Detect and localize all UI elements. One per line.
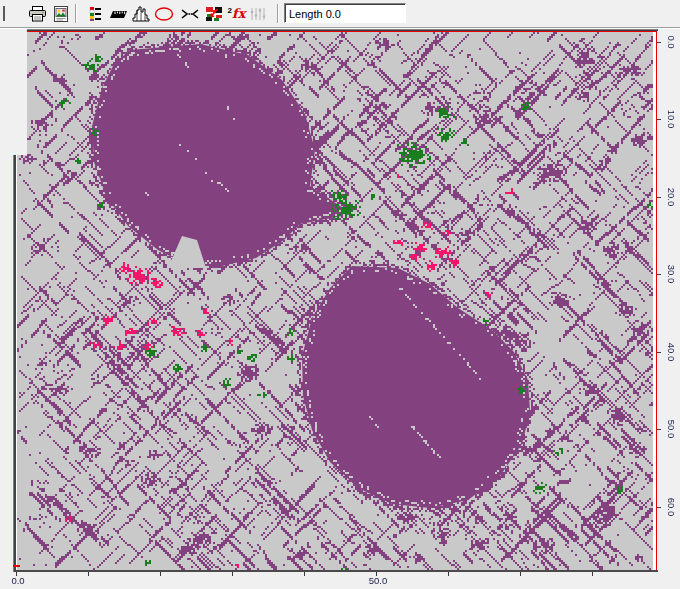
ellipse-icon — [154, 6, 174, 22]
printer-icon — [29, 6, 46, 22]
ellipse-button[interactable] — [152, 2, 175, 25]
x-axis-tick — [88, 572, 89, 576]
y-axis-label: 0.0 — [666, 35, 677, 48]
map-canvas[interactable] — [17, 32, 653, 570]
plot-frame-corner-tick — [13, 565, 20, 567]
measure-button[interactable] — [106, 2, 129, 25]
histogram-button[interactable] — [129, 2, 152, 25]
x-axis-tick — [448, 572, 449, 576]
app-window: 2fx 0.010.020.030.040.050.060.0 0.050.0 — [0, 0, 680, 589]
y-axis-tick — [657, 119, 661, 120]
y-axis-label: 60.0 — [666, 498, 677, 517]
toolbar: 2fx — [0, 0, 680, 27]
formula-button[interactable]: 2fx — [225, 2, 248, 25]
x-axis-tick — [160, 572, 161, 576]
y-axis-tick — [657, 507, 661, 508]
plot-frame-right — [656, 31, 657, 570]
levels-icon — [249, 6, 267, 22]
y-axis-label: 20.0 — [666, 188, 677, 207]
merge-arrows-icon — [180, 6, 200, 22]
image-icon — [53, 6, 69, 22]
plot-frame-top — [15, 31, 657, 32]
x-axis-label: 50.0 — [369, 575, 388, 586]
phase-map-button[interactable] — [202, 2, 225, 25]
merge-button[interactable] — [178, 2, 201, 25]
toolbar-separator — [75, 4, 77, 23]
copy-image-button[interactable] — [49, 2, 72, 25]
legend-icon — [87, 6, 103, 22]
print-button[interactable] — [26, 2, 49, 25]
y-axis-label: 40.0 — [666, 343, 677, 362]
length-input[interactable] — [284, 3, 406, 23]
fx-icon: 2fx — [228, 6, 246, 20]
y-axis-tick — [657, 274, 661, 275]
toolbar-separator — [277, 4, 279, 23]
x-axis-tick — [376, 572, 377, 576]
cover-panel — [0, 29, 27, 155]
toolbar-grip[interactable] — [3, 6, 5, 21]
y-axis-label: 10.0 — [666, 110, 677, 129]
x-axis-tick — [304, 572, 305, 576]
y-axis-label: 50.0 — [666, 420, 677, 439]
y-axis-label: 30.0 — [666, 265, 677, 284]
ruler-icon — [108, 6, 128, 22]
x-axis-tick — [592, 572, 593, 576]
x-axis-line — [15, 570, 658, 572]
legend-button[interactable] — [83, 2, 106, 25]
x-axis-tick — [16, 572, 17, 576]
y-axis-tick — [657, 197, 661, 198]
histogram-icon — [132, 6, 150, 22]
x-axis-tick — [232, 572, 233, 576]
x-axis-tick — [520, 572, 521, 576]
y-axis-tick — [657, 42, 661, 43]
x-axis-label: 0.0 — [11, 575, 24, 586]
y-axis-tick — [657, 429, 661, 430]
phase-map-icon — [205, 6, 223, 22]
y-axis-tick — [657, 352, 661, 353]
levels-button — [246, 2, 269, 25]
